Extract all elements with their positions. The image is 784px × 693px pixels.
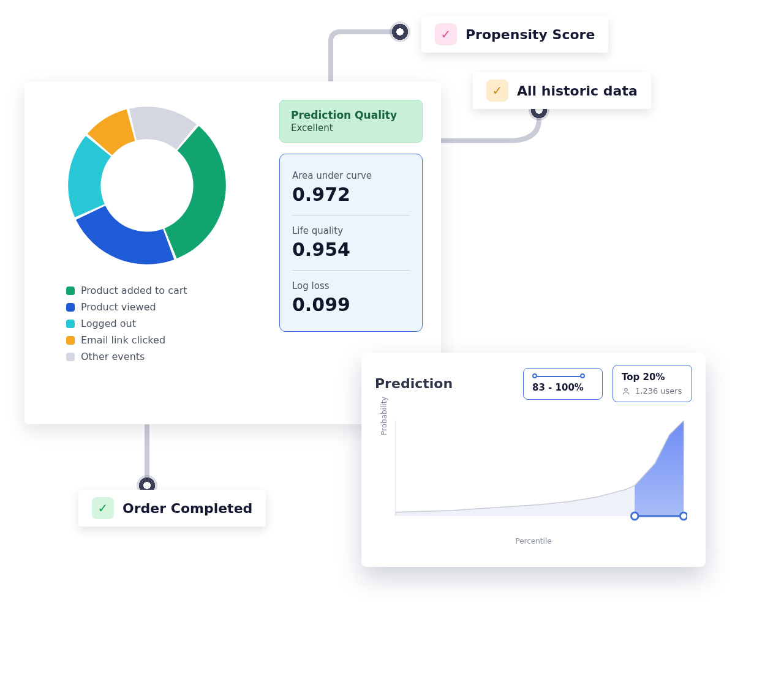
prediction-title: Prediction — [375, 376, 453, 391]
area-highlight — [635, 421, 684, 516]
metric-value: 0.954 — [292, 239, 410, 260]
quality-title: Prediction Quality — [291, 109, 411, 121]
pill-order[interactable]: ✓ Order Completed — [78, 490, 266, 526]
legend: Product added to cartProduct viewedLogge… — [43, 285, 263, 362]
metric-value: 0.972 — [292, 184, 410, 205]
prediction-header: Prediction 83 - 100% Top 20% 1,236 users — [375, 365, 692, 402]
area-chart — [392, 414, 687, 531]
metric-label: Area under curve — [292, 170, 410, 181]
chip-range[interactable]: 83 - 100% — [523, 368, 603, 400]
range-handle[interactable] — [631, 512, 638, 520]
donut-segment — [76, 206, 174, 264]
donut-chart — [61, 100, 233, 271]
legend-swatch — [66, 336, 75, 345]
quality-value: Excellent — [291, 122, 411, 133]
x-axis-label: Percentile — [375, 537, 692, 545]
users-row: 1,236 users — [622, 386, 683, 395]
metric: Area under curve 0.972 — [292, 164, 410, 211]
legend-label: Logged out — [81, 318, 136, 329]
legend-swatch — [66, 353, 75, 361]
range-handle[interactable] — [680, 512, 687, 520]
legend-swatch — [66, 287, 75, 295]
pill-label: All historic data — [517, 83, 638, 99]
metric: Log loss 0.099 — [292, 270, 410, 321]
legend-label: Product added to cart — [81, 285, 187, 296]
node-dot — [390, 21, 410, 42]
legend-swatch — [66, 303, 75, 312]
check-icon: ✓ — [92, 497, 114, 519]
pill-historic[interactable]: ✓ All historic data — [473, 72, 651, 109]
metric-label: Log loss — [292, 280, 410, 291]
legend-label: Product viewed — [81, 301, 156, 313]
legend-swatch — [66, 320, 75, 328]
donut-section: Product added to cartProduct viewedLogge… — [43, 100, 263, 410]
y-axis-label: Probability — [380, 397, 388, 435]
metric-label: Life quality — [292, 225, 410, 236]
metrics-card: Area under curve 0.972 Life quality 0.95… — [279, 154, 423, 332]
check-icon: ✓ — [435, 23, 457, 45]
legend-item: Logged out — [66, 318, 263, 329]
legend-item: Email link clicked — [66, 334, 263, 346]
check-icon: ✓ — [486, 80, 508, 102]
quality-card: Prediction Quality Excellent — [279, 100, 423, 143]
pill-propensity[interactable]: ✓ Propensity Score — [421, 16, 608, 53]
svg-point-0 — [625, 388, 628, 391]
legend-label: Email link clicked — [81, 334, 165, 346]
prediction-chart: Probability Percentile — [375, 411, 692, 545]
legend-label: Other events — [81, 351, 145, 362]
chip-top[interactable]: Top 20% 1,236 users — [612, 365, 692, 402]
user-icon — [622, 387, 630, 395]
pill-label: Propensity Score — [466, 27, 595, 42]
users-label: 1,236 users — [635, 386, 682, 395]
panel-prediction: Prediction 83 - 100% Top 20% 1,236 users… — [361, 353, 706, 567]
metric-value: 0.099 — [292, 294, 410, 315]
metric: Life quality 0.954 — [292, 215, 410, 266]
legend-item: Product added to cart — [66, 285, 263, 296]
legend-item: Product viewed — [66, 301, 263, 313]
pill-label: Order Completed — [123, 501, 252, 516]
range-value: 83 - 100% — [532, 382, 594, 393]
top-label: Top 20% — [622, 372, 683, 383]
legend-item: Other events — [66, 351, 263, 362]
range-slider-icon — [532, 375, 585, 378]
